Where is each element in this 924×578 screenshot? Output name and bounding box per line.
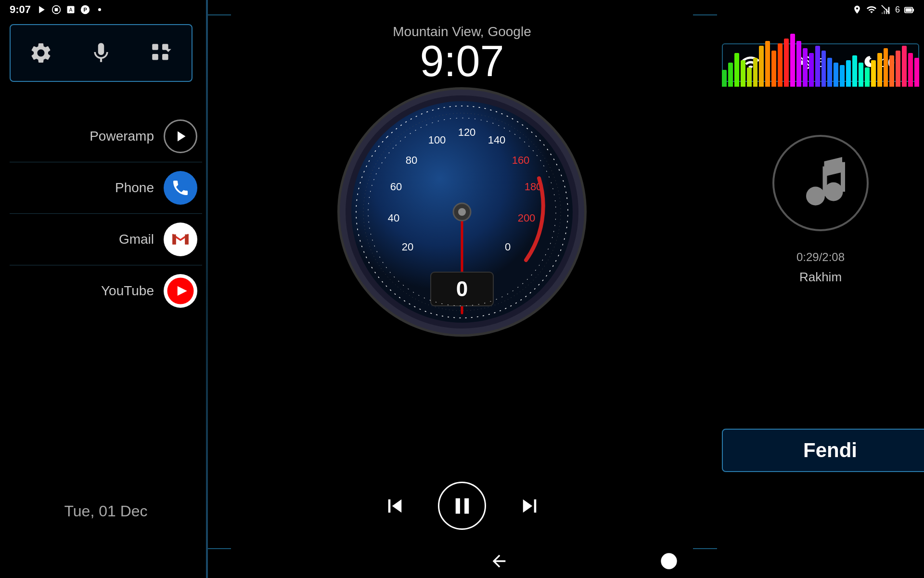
youtube-item[interactable]: YouTube xyxy=(10,265,202,316)
right-panel: 6 10° 0:29/2:08 Rakhim Fendi xyxy=(717,0,924,578)
eq-bar-23 xyxy=(865,67,870,87)
pause-button[interactable] xyxy=(438,482,486,530)
eq-bar-9 xyxy=(778,43,783,87)
home-button[interactable] xyxy=(657,549,681,573)
status-icons-left: A P xyxy=(37,4,105,15)
gmail-icon xyxy=(164,223,197,256)
eq-bar-7 xyxy=(765,41,770,87)
eq-bar-2 xyxy=(734,53,739,87)
eq-bar-30 xyxy=(908,53,913,87)
app-list: Poweramp Phone Gmail xyxy=(10,111,202,316)
youtube-label: YouTube xyxy=(14,283,154,299)
eq-bar-21 xyxy=(852,55,857,87)
gmail-label: Gmail xyxy=(14,232,154,247)
poweramp-icon xyxy=(164,119,197,153)
prev-button[interactable] xyxy=(380,491,409,520)
svg-rect-22 xyxy=(172,235,176,245)
back-button[interactable] xyxy=(487,549,511,573)
eq-bar-12 xyxy=(796,41,801,87)
apps-button[interactable] xyxy=(144,36,178,70)
next-button[interactable] xyxy=(515,491,544,520)
track-name-box: Fendi xyxy=(722,429,924,472)
eq-bar-22 xyxy=(859,63,863,87)
eq-bar-29 xyxy=(902,46,907,87)
phone-icon xyxy=(164,171,197,205)
svg-point-48 xyxy=(661,553,677,569)
svg-rect-23 xyxy=(185,235,188,245)
eq-bar-27 xyxy=(889,55,894,87)
eq-bar-5 xyxy=(753,58,758,87)
svg-text:100: 100 xyxy=(428,134,446,146)
svg-text:140: 140 xyxy=(488,134,506,146)
eq-bar-13 xyxy=(803,48,808,87)
svg-text:A: A xyxy=(69,7,73,13)
microphone-button[interactable] xyxy=(84,36,118,70)
svg-text:160: 160 xyxy=(512,154,530,166)
eq-bar-10 xyxy=(784,39,789,87)
eq-bar-8 xyxy=(771,51,776,87)
eq-bar-3 xyxy=(741,60,745,87)
stop-status-icon xyxy=(51,4,62,15)
play-status-icon xyxy=(37,4,47,15)
gmail-item[interactable]: Gmail xyxy=(10,214,202,265)
eq-bar-6 xyxy=(759,46,764,87)
wifi-status-icon xyxy=(866,4,877,15)
eq-bar-20 xyxy=(846,60,851,87)
music-controls xyxy=(380,482,544,530)
signal-icon xyxy=(881,4,891,15)
eq-bar-15 xyxy=(815,46,820,87)
speedometer-container: 0 20 40 60 80 100 120 140 160 180 200 0 xyxy=(337,87,587,337)
svg-text:20: 20 xyxy=(402,241,413,253)
dot-status-icon xyxy=(94,4,105,15)
eq-bar-28 xyxy=(896,51,900,87)
svg-rect-8 xyxy=(882,13,883,14)
location-time: Mountain View, Google 9:07 xyxy=(207,24,717,83)
status-time: 9:07 xyxy=(10,3,31,16)
eq-bar-25 xyxy=(877,53,882,87)
phone-label: Phone xyxy=(14,180,154,196)
svg-text:0: 0 xyxy=(505,241,511,253)
center-panel: Mountain View, Google 9:07 xyxy=(207,0,717,578)
youtube-icon xyxy=(164,274,197,308)
svg-point-32 xyxy=(458,208,466,216)
svg-text:P: P xyxy=(83,7,87,13)
eq-bar-11 xyxy=(790,34,795,87)
track-artist: Rakhim xyxy=(717,270,924,285)
eq-bar-14 xyxy=(809,53,814,87)
svg-rect-19 xyxy=(162,54,168,60)
toolbar xyxy=(10,24,192,82)
svg-rect-15 xyxy=(906,8,912,12)
svg-point-50 xyxy=(806,187,825,206)
svg-rect-2 xyxy=(55,8,58,12)
settings-button[interactable] xyxy=(24,36,58,70)
location-icon xyxy=(852,4,862,15)
p-status-icon: P xyxy=(80,4,90,15)
speedometer-svg: 0 20 40 60 80 100 120 140 160 180 200 0 xyxy=(337,87,587,337)
main-time: 9:07 xyxy=(207,39,717,83)
eq-bar-19 xyxy=(840,65,845,87)
track-time: 0:29/2:08 xyxy=(717,250,924,264)
left-panel: Poweramp Phone Gmail xyxy=(0,0,207,578)
svg-marker-0 xyxy=(39,6,45,13)
status-bar: 9:07 A P 6 xyxy=(0,0,924,19)
svg-text:120: 120 xyxy=(458,126,476,138)
svg-rect-14 xyxy=(912,9,914,12)
eq-bar-18 xyxy=(834,63,838,87)
battery-icon xyxy=(904,4,914,15)
signal-count: 6 xyxy=(895,5,900,15)
eq-bar-26 xyxy=(884,48,888,87)
eq-bar-17 xyxy=(827,58,832,87)
track-name: Fendi xyxy=(803,439,857,462)
music-icon-circle xyxy=(772,135,869,231)
eq-bar-31 xyxy=(914,58,919,87)
music-note-icon xyxy=(784,147,857,219)
eq-bar-16 xyxy=(821,51,826,87)
svg-marker-21 xyxy=(178,131,186,142)
svg-text:40: 40 xyxy=(388,212,399,224)
eq-bar-1 xyxy=(728,63,733,87)
svg-rect-16 xyxy=(153,44,159,50)
svg-rect-9 xyxy=(884,11,885,14)
phone-item[interactable]: Phone xyxy=(10,162,202,214)
equalizer xyxy=(722,29,919,87)
poweramp-item[interactable]: Poweramp xyxy=(10,111,202,162)
